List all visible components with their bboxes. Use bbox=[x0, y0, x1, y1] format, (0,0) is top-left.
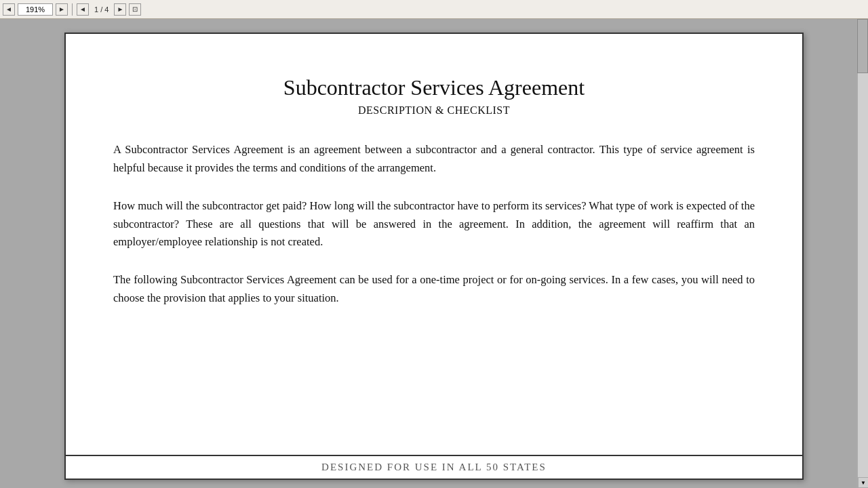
scrollbar-thumb[interactable] bbox=[857, 19, 868, 73]
toolbar: ◄ 191% ► ◄ 1 / 4 ► ⊡ bbox=[0, 0, 868, 19]
paragraph-2: How much will the subcontractor get paid… bbox=[113, 197, 755, 251]
document-body: A Subcontractor Services Agreement is an… bbox=[113, 141, 755, 307]
zoom-input[interactable]: 191% bbox=[18, 3, 53, 16]
fit-button[interactable]: ⊡ bbox=[129, 3, 141, 16]
document-viewer: Subcontractor Services Agreement DESCRIP… bbox=[0, 19, 868, 488]
document-title: Subcontractor Services Agreement bbox=[113, 75, 755, 100]
page-indicator: 1 / 4 bbox=[92, 5, 111, 14]
zoom-in-button[interactable]: ► bbox=[56, 3, 68, 16]
prev-page-button[interactable]: ◄ bbox=[77, 3, 89, 16]
paragraph-1: A Subcontractor Services Agreement is an… bbox=[113, 141, 755, 177]
document-subtitle: DESCRIPTION & CHECKLIST bbox=[113, 104, 755, 117]
zoom-out-button[interactable]: ◄ bbox=[3, 3, 15, 16]
document-footer: DESIGNED FOR USE IN ALL 50 STATES bbox=[66, 455, 802, 479]
document-page: Subcontractor Services Agreement DESCRIP… bbox=[64, 33, 804, 480]
next-page-button[interactable]: ► bbox=[114, 3, 126, 16]
scrollbar-track[interactable]: ▲ ▼ bbox=[857, 19, 868, 488]
scrollbar-down-button[interactable]: ▼ bbox=[858, 477, 868, 488]
separator-1 bbox=[72, 3, 73, 16]
paragraph-3: The following Subcontractor Services Agr… bbox=[113, 271, 755, 307]
